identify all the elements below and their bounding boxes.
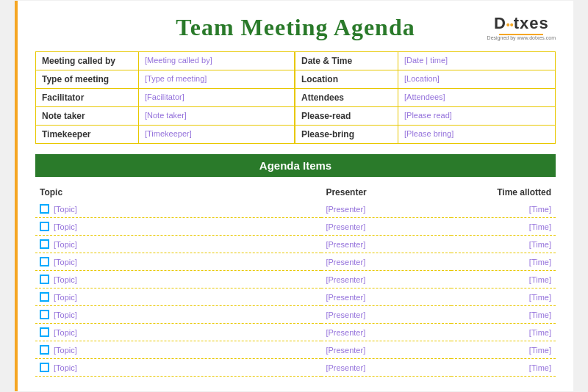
- time-cell[interactable]: [Time]: [451, 359, 556, 377]
- topic-cell: [Topic]: [35, 324, 193, 341]
- topic-text[interactable]: [Topic]: [54, 240, 77, 249]
- info-row-note-taker: Note taker [Note taker]: [36, 107, 295, 126]
- presenter-cell[interactable]: [Presenter]: [321, 253, 451, 271]
- topic-text[interactable]: [Topic]: [54, 328, 77, 337]
- table-row: [Topic][Presenter][Time]: [35, 236, 556, 253]
- table-header-row: Topic Presenter Time allotted: [35, 184, 556, 200]
- presenter-cell[interactable]: [Presenter]: [321, 236, 451, 253]
- time-cell[interactable]: [Time]: [451, 218, 556, 236]
- presenter-cell[interactable]: [Presenter]: [321, 306, 451, 324]
- time-cell[interactable]: [Time]: [451, 341, 556, 359]
- checkbox-icon[interactable]: [40, 239, 49, 249]
- label-timekeeper: Timekeeper: [36, 126, 139, 143]
- time-cell[interactable]: [Time]: [451, 236, 556, 253]
- presenter-cell[interactable]: [Presenter]: [321, 288, 451, 306]
- info-row-timekeeper: Timekeeper [Timekeeper]: [36, 126, 295, 143]
- topic-text[interactable]: [Topic]: [54, 222, 77, 231]
- info-row-meeting-called-by: Meeting called by [Meeting called by]: [36, 52, 295, 70]
- logo-dot-icon: ••: [506, 19, 514, 31]
- info-left: Meeting called by [Meeting called by] Ty…: [36, 52, 295, 143]
- logo-sub: Designed by www.dotxes.com: [487, 35, 556, 40]
- checkbox-icon[interactable]: [40, 275, 49, 284]
- table-row: [Topic][Presenter][Time]: [35, 271, 556, 288]
- logo: D •• txes Designed by www.dotxes.com: [487, 14, 556, 40]
- checkbox-icon[interactable]: [40, 345, 49, 355]
- table-row: [Topic][Presenter][Time]: [35, 341, 556, 359]
- value-please-read[interactable]: [Please read]: [398, 107, 555, 125]
- checkbox-icon[interactable]: [40, 204, 49, 214]
- topic-text[interactable]: [Topic]: [54, 205, 77, 214]
- value-attendees[interactable]: [Attendees]: [398, 89, 555, 106]
- table-row: [Topic][Presenter][Time]: [35, 288, 556, 306]
- info-row-attendees: Attendees [Attendees]: [295, 89, 555, 107]
- info-row-facilitator: Facilitator [Facilitator]: [36, 89, 295, 107]
- presenter-cell[interactable]: [Presenter]: [321, 200, 451, 218]
- label-location: Location: [295, 70, 398, 88]
- topic-cell: [Topic]: [35, 200, 193, 217]
- label-type-of-meeting: Type of meeting: [36, 70, 139, 88]
- label-meeting-called-by: Meeting called by: [36, 52, 139, 70]
- value-date-time[interactable]: [Date | time]: [398, 52, 555, 70]
- label-facilitator: Facilitator: [36, 89, 139, 106]
- agenda-table: Topic Presenter Time allotted [Topic][Pr…: [35, 184, 556, 377]
- label-date-time: Date & Time: [295, 52, 398, 70]
- topic-cell: [Topic]: [35, 341, 193, 358]
- header: Team Meeting Agenda D •• txes Designed b…: [35, 14, 556, 41]
- topic-cell: [Topic]: [35, 271, 193, 288]
- time-cell[interactable]: [Time]: [451, 306, 556, 324]
- value-timekeeper[interactable]: [Timekeeper]: [139, 126, 295, 143]
- col-header-topic: Topic: [35, 184, 321, 200]
- checkbox-icon[interactable]: [40, 222, 49, 231]
- time-cell[interactable]: [Time]: [451, 288, 556, 306]
- col-header-time: Time allotted: [451, 184, 556, 200]
- checkbox-icon[interactable]: [40, 363, 49, 372]
- table-row: [Topic][Presenter][Time]: [35, 253, 556, 271]
- info-row-type-of-meeting: Type of meeting [Type of meeting]: [36, 70, 295, 89]
- presenter-cell[interactable]: [Presenter]: [321, 359, 451, 377]
- label-please-bring: Please-bring: [295, 126, 398, 143]
- info-row-location: Location [Location]: [295, 70, 555, 89]
- logo-d: D: [494, 14, 506, 33]
- topic-text[interactable]: [Topic]: [54, 311, 77, 319]
- time-cell[interactable]: [Time]: [451, 200, 556, 218]
- topic-text[interactable]: [Topic]: [54, 363, 77, 372]
- agenda-section-header: Agenda Items: [35, 154, 556, 177]
- value-meeting-called-by[interactable]: [Meeting called by]: [139, 52, 295, 70]
- time-cell[interactable]: [Time]: [451, 271, 556, 288]
- label-please-read: Please-read: [295, 107, 398, 125]
- checkbox-icon[interactable]: [40, 257, 49, 266]
- topic-text[interactable]: [Topic]: [54, 293, 77, 302]
- topic-text[interactable]: [Topic]: [54, 258, 77, 266]
- topic-cell: [Topic]: [35, 218, 193, 235]
- value-facilitator[interactable]: [Facilitator]: [139, 89, 295, 106]
- checkbox-icon[interactable]: [40, 292, 49, 302]
- info-row-date-time: Date & Time [Date | time]: [295, 52, 555, 70]
- presenter-cell[interactable]: [Presenter]: [321, 341, 451, 359]
- value-please-bring[interactable]: [Please bring]: [398, 126, 555, 143]
- topic-text[interactable]: [Topic]: [54, 346, 77, 355]
- table-row: [Topic][Presenter][Time]: [35, 200, 556, 218]
- checkbox-icon[interactable]: [40, 327, 49, 337]
- topic-text[interactable]: [Topic]: [54, 275, 77, 284]
- presenter-cell[interactable]: [Presenter]: [321, 271, 451, 288]
- value-type-of-meeting[interactable]: [Type of meeting]: [139, 70, 295, 88]
- presenter-cell[interactable]: [Presenter]: [321, 324, 451, 341]
- table-row: [Topic][Presenter][Time]: [35, 306, 556, 324]
- checkbox-icon[interactable]: [40, 310, 49, 319]
- page-title: Team Meeting Agenda: [176, 14, 415, 41]
- logo-txes: txes: [514, 14, 549, 33]
- value-location[interactable]: [Location]: [398, 70, 555, 88]
- value-note-taker[interactable]: [Note taker]: [139, 107, 295, 125]
- time-cell[interactable]: [Time]: [451, 324, 556, 341]
- topic-cell: [Topic]: [35, 359, 193, 376]
- col-header-presenter: Presenter: [321, 184, 451, 200]
- table-row: [Topic][Presenter][Time]: [35, 218, 556, 236]
- table-row: [Topic][Presenter][Time]: [35, 359, 556, 377]
- info-right: Date & Time [Date | time] Location [Loca…: [295, 52, 555, 143]
- presenter-cell[interactable]: [Presenter]: [321, 218, 451, 236]
- table-row: [Topic][Presenter][Time]: [35, 324, 556, 341]
- topic-cell: [Topic]: [35, 306, 193, 323]
- topic-cell: [Topic]: [35, 236, 193, 253]
- time-cell[interactable]: [Time]: [451, 253, 556, 271]
- info-grid: Meeting called by [Meeting called by] Ty…: [35, 51, 556, 144]
